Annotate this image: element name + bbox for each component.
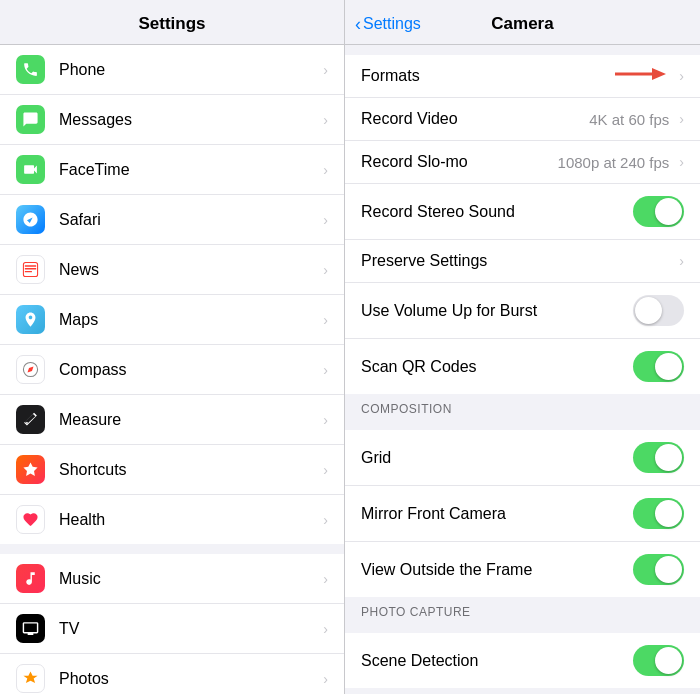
sidebar-item-compass[interactable]: Compass› [0,345,344,395]
view-outside-toggle[interactable] [633,554,684,585]
grid-toggle[interactable] [633,442,684,473]
health-chevron: › [323,512,328,528]
left-panel: Settings Phone›Messages›FaceTime›Safari›… [0,0,345,694]
maps-chevron: › [323,312,328,328]
photos-chevron: › [323,671,328,687]
sidebar-item-music[interactable]: Music› [0,554,344,604]
grid-label: Grid [361,449,633,467]
phone-icon [16,55,45,84]
scan-qr-label: Scan QR Codes [361,358,633,376]
section-header-2: PHOTO CAPTURE [345,597,700,623]
sidebar-item-health[interactable]: Health› [0,495,344,544]
settings-group-1: Music›TV›Photos›Camera› Podcasts›Game Ce… [0,554,344,694]
tv-icon [16,614,45,643]
shortcuts-chevron: › [323,462,328,478]
right-content: Formats› Record Video4K at 60 fps›Record… [345,45,700,694]
sidebar-item-measure[interactable]: Measure› [0,395,344,445]
right-section-1: GridMirror Front CameraView Outside the … [345,430,700,597]
safari-icon [16,205,45,234]
left-title: Settings [16,14,328,34]
right-item-scene-detection[interactable]: Scene Detection [345,633,700,688]
phone-chevron: › [323,62,328,78]
record-slomo-value: 1080p at 240 fps [558,154,670,171]
formats-red-arrow [615,62,670,90]
preserve-settings-chevron: › [679,253,684,269]
right-section-2: Scene Detection [345,633,700,688]
photos-icon [16,664,45,693]
scene-detection-label: Scene Detection [361,652,633,670]
health-label: Health [59,511,319,529]
news-icon [16,255,45,284]
scan-qr-toggle[interactable] [633,351,684,382]
compass-chevron: › [323,362,328,378]
facetime-chevron: › [323,162,328,178]
mirror-camera-toggle[interactable] [633,498,684,529]
phone-label: Phone [59,61,319,79]
right-header: ‹ Settings Camera [345,0,700,45]
right-item-volume-up[interactable]: Use Volume Up for Burst [345,283,700,339]
section-header-1: COMPOSITION [345,394,700,420]
scene-detection-toggle[interactable] [633,645,684,676]
measure-icon [16,405,45,434]
record-stereo-label: Record Stereo Sound [361,203,633,221]
tv-label: TV [59,620,319,638]
back-label: Settings [363,15,421,33]
record-stereo-toggle-knob [655,198,682,225]
right-item-preserve-settings[interactable]: Preserve Settings› [345,240,700,283]
settings-list: Phone›Messages›FaceTime›Safari›News›Maps… [0,45,344,694]
right-panel: ‹ Settings Camera Formats› Record Video4… [345,0,700,694]
scene-detection-toggle-knob [655,647,682,674]
right-item-grid[interactable]: Grid [345,430,700,486]
sidebar-item-tv[interactable]: TV› [0,604,344,654]
music-icon [16,564,45,593]
sidebar-item-messages[interactable]: Messages› [0,95,344,145]
back-button[interactable]: ‹ Settings [355,14,421,35]
sidebar-item-shortcuts[interactable]: Shortcuts› [0,445,344,495]
right-title: Camera [491,14,553,34]
record-video-chevron: › [679,111,684,127]
left-header: Settings [0,0,344,45]
right-item-record-video[interactable]: Record Video4K at 60 fps› [345,98,700,141]
health-icon [16,505,45,534]
safari-label: Safari [59,211,319,229]
back-chevron-icon: ‹ [355,14,361,35]
view-outside-toggle-knob [655,556,682,583]
measure-label: Measure [59,411,319,429]
right-item-record-slomo[interactable]: Record Slo-mo1080p at 240 fps› [345,141,700,184]
sidebar-item-safari[interactable]: Safari› [0,195,344,245]
grid-toggle-knob [655,444,682,471]
measure-chevron: › [323,412,328,428]
sidebar-item-facetime[interactable]: FaceTime› [0,145,344,195]
right-item-view-outside[interactable]: View Outside the Frame [345,542,700,597]
right-item-mirror-camera[interactable]: Mirror Front Camera [345,486,700,542]
right-item-scan-qr[interactable]: Scan QR Codes [345,339,700,394]
sidebar-item-news[interactable]: News› [0,245,344,295]
compass-icon [16,355,45,384]
scan-qr-toggle-knob [655,353,682,380]
right-item-record-stereo[interactable]: Record Stereo Sound [345,184,700,240]
volume-up-toggle-knob [635,297,662,324]
sidebar-item-maps[interactable]: Maps› [0,295,344,345]
maps-icon [16,305,45,334]
photos-label: Photos [59,670,319,688]
volume-up-toggle[interactable] [633,295,684,326]
messages-chevron: › [323,112,328,128]
facetime-label: FaceTime [59,161,319,179]
svg-marker-5 [652,68,666,80]
messages-label: Messages [59,111,319,129]
view-outside-label: View Outside the Frame [361,561,633,579]
shortcuts-icon [16,455,45,484]
record-slomo-label: Record Slo-mo [361,153,558,171]
sidebar-item-phone[interactable]: Phone› [0,45,344,95]
record-stereo-toggle[interactable] [633,196,684,227]
record-video-value: 4K at 60 fps [589,111,669,128]
formats-chevron: › [679,68,684,84]
right-item-formats[interactable]: Formats› [345,55,700,98]
safari-chevron: › [323,212,328,228]
news-chevron: › [323,262,328,278]
tv-chevron: › [323,621,328,637]
mirror-camera-label: Mirror Front Camera [361,505,633,523]
volume-up-label: Use Volume Up for Burst [361,302,633,320]
sidebar-item-photos[interactable]: Photos› [0,654,344,694]
messages-icon [16,105,45,134]
